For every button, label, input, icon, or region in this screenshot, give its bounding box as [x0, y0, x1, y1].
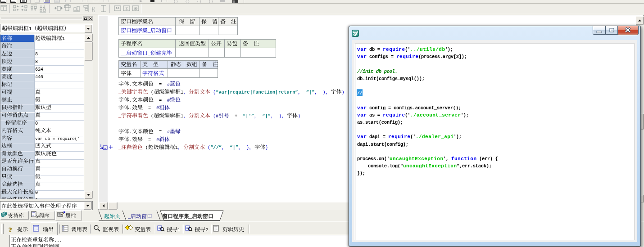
svg-text:(': (': [405, 112, 410, 118]
svg-text:uncaughtException: uncaughtException: [390, 156, 443, 162]
svg-text:');: ');: [445, 47, 453, 52]
svg-text:function: function: [451, 156, 476, 162]
svg-text:require: require: [396, 54, 418, 59]
svg-text:(err) {: (err) {: [476, 156, 498, 162]
svg-text:require: require: [388, 134, 410, 139]
svg-text:uncaughtException: uncaughtException: [403, 163, 457, 169]
svg-text:console.log(": console.log(": [357, 163, 403, 169]
svg-text:process.on(': process.on(': [357, 156, 390, 162]
svg-text:require: require: [383, 47, 405, 52]
svg-text:(': (': [410, 134, 416, 139]
svg-text:",err.stack);: ",err.stack);: [457, 163, 492, 169]
svg-text:dapi =: dapi =: [367, 134, 388, 139]
svg-text:(': (': [405, 47, 410, 52]
svg-text:require: require: [383, 112, 405, 118]
svg-text:var: var: [357, 47, 367, 52]
svg-text:',: ',: [443, 156, 451, 162]
svg-text:});: });: [357, 171, 365, 176]
svg-text:var: var: [357, 105, 367, 111]
svg-text:(process.argv[2]);: (process.argv[2]);: [418, 54, 467, 59]
svg-text:as =: as =: [367, 112, 383, 118]
svg-text:config = configs.account_serve: config = configs.account_server();: [367, 105, 461, 111]
svg-text:as.start(config);: as.start(config);: [357, 120, 403, 125]
svg-text:../utils/db: ../utils/db: [410, 47, 445, 52]
svg-text://init db pool.: //init db pool.: [357, 69, 398, 74]
svg-text:db =: db =: [367, 47, 383, 52]
svg-text:db.init(configs.mysql());: db.init(configs.mysql());: [357, 76, 425, 81]
svg-text:./account_server: ./account_server: [410, 112, 461, 118]
svg-text:');: ');: [454, 134, 462, 139]
svg-text://: //: [357, 90, 363, 96]
svg-text:configs =: configs =: [367, 54, 396, 59]
svg-text:var: var: [357, 54, 367, 59]
svg-text:');: ');: [461, 112, 469, 118]
svg-text:var: var: [357, 112, 367, 118]
svg-text:dapi.start(config);: dapi.start(config);: [357, 142, 408, 147]
svg-text:var: var: [357, 134, 367, 139]
svg-text:./dealer_api: ./dealer_api: [416, 134, 454, 139]
